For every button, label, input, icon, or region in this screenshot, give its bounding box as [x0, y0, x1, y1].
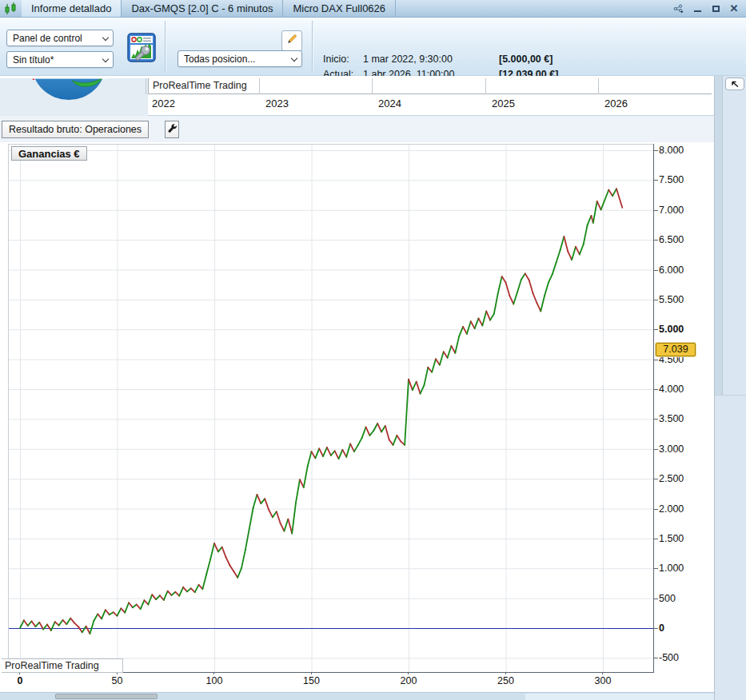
start-value: [5.000,00 €]	[499, 52, 553, 67]
y-axis-tick-label: -500	[659, 651, 679, 664]
overview-watermark: ProRealTime Trading	[153, 80, 247, 91]
tab-label: Dax-GMQS [2.0] C - 6 minutos	[131, 2, 273, 14]
y-axis-tick-label: 0	[659, 622, 664, 634]
collapse-arrow-icon	[730, 77, 740, 91]
chevron-down-icon	[102, 56, 109, 62]
y-axis-tick-label: 8.000	[659, 144, 684, 157]
chart-settings-icon[interactable]	[126, 30, 158, 69]
y-axis-labels: 8.0007.5007.0006.5006.0005.5005.0004.500…	[654, 144, 714, 673]
x-axis-tick-label: 0	[2, 675, 38, 686]
current-value-badge: 7.039	[656, 343, 696, 356]
tab-label: Micro DAX Full0626	[293, 2, 385, 14]
start-date: 1 mar 2022, 9:30:00	[363, 52, 499, 67]
start-label: Inicio:	[323, 52, 363, 67]
year-label: 2026	[604, 97, 628, 109]
prorealtime-logo	[32, 78, 109, 105]
panel-de-control-select[interactable]: Panel de control	[6, 30, 114, 46]
year-label: 2023	[265, 97, 289, 109]
window-controls: ✕	[667, 0, 746, 17]
vertical-scrollbar[interactable]	[715, 76, 723, 395]
year-label: 2022	[152, 97, 175, 109]
chart-title-badge[interactable]: Ganancias €	[11, 146, 87, 161]
edit-strategy-button[interactable]	[281, 30, 302, 51]
chart-watermark: ProRealTime Trading	[2, 658, 123, 673]
minimize-button[interactable]	[692, 3, 703, 14]
year-tick	[146, 78, 146, 94]
chevron-down-icon	[102, 34, 109, 41]
result-selector-row: Resultado bruto: Operaciones	[0, 116, 714, 142]
select-value: Todas posicion...	[184, 54, 255, 65]
x-axis-tick-label: 150	[294, 675, 329, 686]
y-axis-tick-label: 2.500	[659, 472, 684, 485]
year-label: 2025	[492, 97, 515, 109]
toolbar-divider	[312, 21, 313, 72]
toolbar: Panel de control Sin título*	[0, 18, 746, 76]
result-settings-button[interactable]	[165, 121, 179, 138]
maximize-button[interactable]	[710, 3, 721, 14]
chart-title: Ganancias €	[18, 148, 80, 160]
y-axis-tick-label: 500	[659, 592, 676, 605]
y-axis-tick-label: 5.500	[659, 293, 684, 306]
y-axis-tick-label: 1.000	[659, 562, 684, 575]
horizontal-scrollbar-thumb[interactable]	[55, 694, 158, 699]
panel-divider	[715, 395, 746, 396]
right-side-panel	[714, 76, 746, 700]
tab-dax-gmqs[interactable]: Dax-GMQS [2.0] C - 6 minutos	[122, 0, 283, 17]
candlesticks-icon	[0, 0, 22, 17]
equity-curve-plot[interactable]	[8, 144, 654, 673]
overview-label-row: ProRealTime Trading	[148, 78, 712, 94]
select-value: Sin título*	[13, 54, 54, 66]
y-axis-tick-label: 7.500	[659, 173, 684, 186]
x-axis-tick-label: 250	[489, 675, 524, 686]
year-tick	[598, 78, 599, 94]
y-axis-tick-label: 1.500	[659, 532, 684, 545]
y-axis-tick-label: 3.000	[659, 443, 684, 455]
y-axis-tick-label: 5.000	[659, 323, 684, 336]
year-tick	[485, 78, 486, 94]
share-icon[interactable]	[673, 3, 684, 14]
equity-chart-region: Ganancias € 8.0007.5007.0006.5006.0005.5…	[0, 142, 714, 692]
tab-bar: Informe detallado Dax-GMQS [2.0] C - 6 m…	[0, 0, 746, 18]
select-value: Panel de control	[13, 33, 82, 44]
y-axis-tick-label: 3.500	[659, 412, 684, 425]
x-axis-tick-label: 100	[197, 675, 232, 686]
pencil-icon	[285, 33, 298, 49]
year-tick	[259, 78, 260, 94]
y-axis-tick-label: 2.000	[659, 503, 684, 515]
tab-micro-dax[interactable]: Micro DAX Full0626	[283, 0, 396, 17]
chevron-down-icon	[291, 55, 297, 62]
overview-strip[interactable]: ProRealTime Trading 20222023202420252026	[0, 76, 714, 116]
collapse-panel-button[interactable]	[725, 78, 744, 90]
toolbar-divider	[165, 21, 166, 72]
y-axis-tick-label: 6.000	[659, 264, 684, 276]
horizontal-scrollbar[interactable]	[0, 692, 714, 700]
tab-informe-detallado[interactable]: Informe detallado	[22, 0, 122, 17]
result-type-label: Resultado bruto: Operaciones	[9, 124, 142, 135]
y-axis-tick-label: 6.500	[659, 233, 684, 246]
year-tick	[372, 78, 373, 94]
overview-left-zone	[0, 76, 148, 116]
x-axis-tick-label: 300	[585, 675, 620, 686]
year-label: 2024	[378, 97, 401, 109]
y-axis-tick-label: 4.000	[659, 383, 684, 396]
result-type-selector[interactable]: Resultado bruto: Operaciones	[2, 121, 149, 138]
x-axis-labels: 050100150200250300	[8, 675, 654, 688]
tab-label: Informe detallado	[31, 2, 111, 14]
scrollbar-segment	[525, 694, 714, 700]
y-axis-tick-label: 7.000	[659, 204, 684, 217]
close-button[interactable]: ✕	[728, 3, 740, 14]
wrench-icon	[167, 122, 178, 137]
application-window: Informe detallado Dax-GMQS [2.0] C - 6 m…	[0, 0, 746, 700]
x-axis-tick-label: 200	[391, 675, 426, 686]
layout-select[interactable]: Sin título*	[6, 51, 114, 68]
positions-select[interactable]: Todas posicion...	[178, 50, 302, 67]
x-axis-tick-label: 50	[100, 675, 135, 686]
